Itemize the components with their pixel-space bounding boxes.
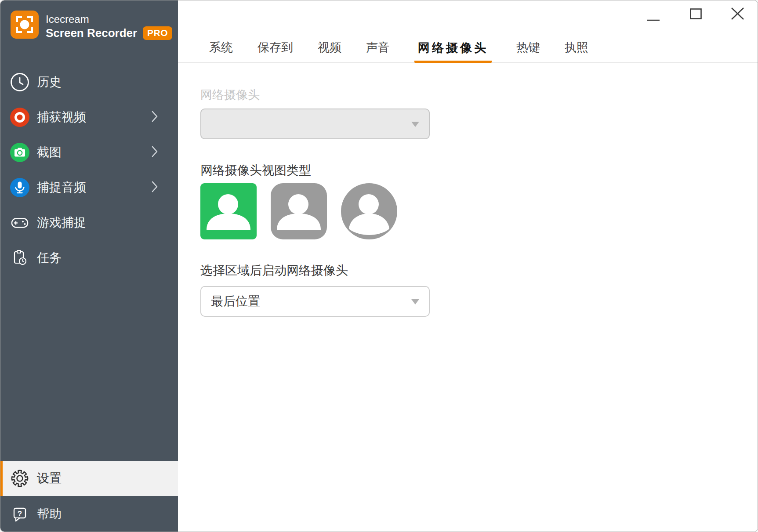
tab-save-to[interactable]: 保存到 [258,40,293,62]
maximize-button[interactable] [685,5,706,24]
capture-audio-mic-icon [10,178,29,197]
view-type-circle-person-icon[interactable] [341,183,397,239]
pro-badge: PRO [143,26,172,40]
webcam-view-type-options [200,183,758,239]
tab-audio[interactable]: 声音 [366,40,390,62]
game-capture-gamepad-icon [10,213,29,232]
screen-recorder-logo-icon [11,11,39,39]
brand-name-line1: Icecream [46,13,172,25]
chevron-right-icon [152,146,158,159]
dropdown-arrow-icon [411,299,419,304]
tab-license[interactable]: 执照 [565,40,588,62]
sidebar-item-game-capture[interactable]: 游戏捕捉 [0,205,178,240]
help-bubble-icon: ? [10,504,29,524]
app-window: Icecream Screen Recorder PRO 历史 [0,0,758,532]
view-type-rounded-person-icon[interactable] [271,183,327,239]
sidebar: Icecream Screen Recorder PRO 历史 [0,0,178,532]
sidebar-item-label: 历史 [37,74,62,90]
chevron-right-icon [152,111,158,124]
sidebar-item-history[interactable]: 历史 [0,65,178,100]
dropdown-arrow-icon [411,122,419,127]
settings-tabbar: 系统 保存到 视频 声音 网络摄像头 热键 执照 [178,0,758,63]
screenshot-camera-icon [10,143,29,162]
brand-text: Icecream Screen Recorder PRO [46,11,172,53]
sidebar-item-capture-audio[interactable]: 捕捉音频 [0,170,178,205]
svg-text:?: ? [18,509,22,518]
tab-video[interactable]: 视频 [318,40,341,62]
brand-name-line2: Screen Recorder [46,26,137,40]
tasks-clipboard-icon [10,248,29,268]
sidebar-item-tasks[interactable]: 任务 [0,240,178,275]
webcam-device-label: 网络摄像头 [200,88,758,101]
chevron-right-icon [152,181,158,194]
sidebar-item-label: 任务 [37,250,62,266]
settings-gear-icon [10,469,29,488]
sidebar-item-capture-video[interactable]: 捕获视频 [0,100,178,135]
sidebar-item-settings[interactable]: 设置 [0,461,178,496]
sidebar-item-help[interactable]: ? 帮助 [0,496,178,532]
tab-hotkeys[interactable]: 热键 [516,40,540,62]
minimize-button[interactable] [643,11,664,29]
sidebar-bottom: 设置 ? 帮助 [0,461,178,532]
webcam-view-type-label: 网络摄像头视图类型 [200,164,758,177]
view-type-square-person-icon[interactable] [200,183,257,239]
history-clock-icon [10,72,29,92]
webcam-device-select [200,109,430,139]
sidebar-nav: 历史 捕获视频 截图 [0,65,178,275]
webcam-launch-position-label: 选择区域后启动网络摄像头 [200,264,758,277]
main-panel: 系统 保存到 视频 声音 网络摄像头 热键 执照 网络摄像头 网络摄像头视图类型 [178,0,758,532]
sidebar-item-label: 设置 [37,470,62,487]
webcam-launch-position-select[interactable]: 最后位置 [200,286,430,317]
tab-webcam[interactable]: 网络摄像头 [414,40,492,63]
sidebar-item-label: 帮助 [37,506,62,522]
record-video-icon [10,108,29,127]
close-button[interactable] [727,4,748,24]
sidebar-item-label: 捕捉音频 [37,179,86,196]
sidebar-item-screenshot[interactable]: 截图 [0,135,178,170]
sidebar-item-label: 截图 [37,144,62,161]
sidebar-item-label: 捕获视频 [37,109,86,126]
webcam-launch-position-value: 最后位置 [211,293,260,310]
sidebar-item-label: 游戏捕捉 [37,214,86,231]
tab-system[interactable]: 系统 [209,40,233,62]
app-logo: Icecream Screen Recorder PRO [0,0,178,53]
webcam-settings-content: 网络摄像头 网络摄像头视图类型 选择区域 [178,88,758,317]
